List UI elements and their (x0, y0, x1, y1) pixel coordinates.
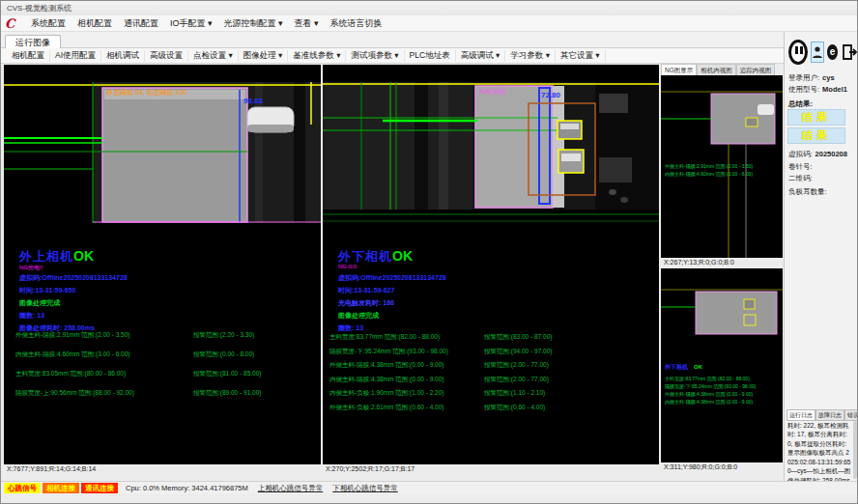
menu-item[interactable]: IO手配置 ▾ (164, 17, 218, 30)
cpu-memory-readout: Cpu: 0.0% Memory: 3424.41796875M (126, 484, 248, 492)
svg-text:主料宽度:83.77mm 范围:(82.00 - 88.00: 主料宽度:83.77mm 范围:(82.00 - 88.00) (665, 376, 750, 382)
menu-bar: C 系统配置 相机配置 通讯配置 IO手配置 ▾ 光源控制配置 ▾ 查看 ▾ 系… (1, 15, 858, 32)
log-tab[interactable]: 运行日志 (786, 409, 815, 421)
measurement-alarm: 报警范围:(2.00 - 77.00) (484, 361, 549, 370)
menu-item[interactable]: 通讯配置 (118, 17, 164, 30)
left-process-done: 图像处理完成 (19, 298, 60, 308)
heartbeat-status-text: 下相机心跳信号异常 (332, 484, 398, 493)
measurement-value: 外侧主料-隔膜:2.91mm 范围:(2.00 - 3.50) (15, 331, 193, 340)
heartbeat-status-text: 上相机心跳信号异常 (258, 484, 324, 493)
left-camera-status: OK (73, 248, 94, 264)
measurement-alarm: 报警范围:(2.00 - 77.00) (484, 376, 549, 384)
menu-item[interactable]: 光源控制配置 ▾ (218, 17, 289, 30)
center-virtual-code: 虚拟码:Offline20250208133134728 (338, 273, 446, 283)
measurement-row: 内侧主料-隔膜:4.60mm 范围:(3.00 - 6.00) 报警范围:(0.… (15, 350, 317, 359)
measurement-value: 隔膜宽度-上:90.56mm 范围:(88.00 - 92.00) (15, 389, 193, 398)
toolbar-item[interactable]: 点检设置 ▾ (188, 50, 239, 62)
exit-door-icon (841, 43, 858, 61)
measurement-value: 外侧主料-隔膜:4.38mm 范围:(0.00 - 9.00) (329, 361, 484, 370)
svg-text:内侧主料-隔膜:4.38mm 范围:(0.00 - 9.00: 内侧主料-隔膜:4.38mm 范围:(0.00 - 9.00) (665, 399, 753, 406)
toolbar-item[interactable]: 高级调试 ▾ (456, 50, 506, 62)
exit-button[interactable] (841, 43, 858, 61)
measurement-value: 内侧主料-隔膜:4.60mm 范围:(3.00 - 6.00) (15, 350, 193, 359)
right-sidebar: e 登录用户:cys 使用型号:Model1 总结果: 结果 结果 虚拟码:20… (784, 32, 858, 481)
window-title-bar: CVS-视觉检测系统 (1, 1, 858, 15)
measurement-value: 隔膜宽度-下:95.24mm 范围:(93.00 - 98.00) (329, 348, 484, 356)
measurement-row: 外侧主料-隔膜:4.38mm 范围:(0.00 - 9.00) 报警范围:(2.… (329, 361, 654, 370)
measurement-alarm: 报警范围:(0.60 - 4.00) (484, 404, 545, 412)
measurement-alarm: 报警范围:(81.00 - 85.00) (193, 370, 261, 378)
measurement-value: 内侧主料-隔膜:4.38mm 范围:(0.00 - 9.00) (329, 376, 484, 384)
thumb-tab[interactable]: 相机内视图 (697, 64, 736, 75)
toolbar-item[interactable]: 其它设置 ▾ (556, 50, 606, 62)
result-badge-1: 结果 (787, 109, 845, 126)
center-camera-image[interactable]: AI检测框 72.80 (323, 65, 659, 227)
left-camera-image[interactable]: 93.68 静态阈值:93, 动态阈值:100 (4, 65, 321, 229)
toolbar-item[interactable]: PLC地址表 (405, 50, 456, 62)
window-title: CVS-视觉检测系统 (7, 4, 72, 13)
virtual-code-value: 20250208 (815, 150, 847, 158)
left-turn-count: 圈数: 13 (19, 311, 44, 321)
measurement-alarm: 报警范围:(1.10 - 2.10) (484, 389, 545, 398)
logo-e-button[interactable]: e (827, 44, 838, 60)
thumb-tab[interactable]: 追踪内视图 (736, 64, 776, 75)
login-user-row: 登录用户:cys (788, 73, 835, 83)
toolbar-item[interactable]: 相机配置 (7, 50, 50, 62)
model-row: 使用型号:Model1 (788, 85, 847, 95)
ai-detect-box-label: AI检测框 (479, 88, 506, 96)
left-virtual-code: 虚拟码:Offline20250208133134728 (19, 273, 128, 283)
menu-item[interactable]: 系统配置 (25, 17, 72, 30)
toolbar-item[interactable]: 基准线参数 ▾ (288, 50, 346, 62)
toolbar-item[interactable]: 图像处理 ▾ (239, 50, 289, 62)
status-bar: 心跳信号 相机连接 通讯连接 Cpu: 0.0% Memory: 3424.41… (1, 481, 858, 494)
result-badge-2: 结果 (787, 127, 845, 144)
view-tab-row: 运行图像 (1, 32, 784, 48)
svg-text:外下相机: 外下相机 (665, 363, 688, 371)
status-badge: 相机连接 (43, 483, 79, 493)
center-camera-status: OK (392, 248, 413, 264)
measurement-alarm: 报警范围:(94.00 - 97.00) (484, 348, 552, 356)
thumb-tab-bar: NG图显示 相机内视图 追踪内视图 (661, 64, 783, 75)
thumb-tab[interactable]: NG图显示 (661, 64, 697, 75)
center-trigger-time: 光电触发耗时: 166 (338, 298, 394, 308)
ng-thumbnail-bottom[interactable]: 外下相机 OK 主料宽度:83.77mm 范围:(82.00 - 88.00) … (661, 268, 783, 462)
toolbar-item[interactable]: 高级设置 (145, 50, 188, 62)
left-threshold-label: 静态阈值:93, 动态阈值:100 (106, 89, 186, 97)
status-badge: 通讯连接 (81, 483, 118, 493)
measurement-alarm: 报警范围:(0.00 - 8.00) (193, 350, 254, 359)
toolbar-item[interactable]: 相机调试 (101, 50, 145, 62)
app-logo-icon: C (5, 17, 20, 30)
thumb2-pixel-readout: X:311;Y:980;R:0;G:0;B:0 (664, 463, 737, 470)
svg-text:内侧主料-隔膜:4.60mm 范围:(3.00 - 6.00: 内侧主料-隔膜:4.60mm 范围:(3.00 - 6.00) (665, 171, 753, 178)
left-ng-note: NG光电!! (19, 264, 43, 272)
left-measurement-list: 外侧主料-隔膜:2.91mm 范围:(2.00 - 3.50) 报警范围:(2.… (15, 331, 317, 408)
center-measurement-list: 主料宽度:83.77mm 范围:(82.00 - 88.00) 报警范围:(83… (329, 333, 654, 417)
measurement-value: 外侧主料-负极:2.61mm 范围:(0.60 - 4.00) (329, 404, 484, 412)
toolbar-item[interactable]: AI使用配置 (50, 50, 101, 62)
toolbar-item[interactable]: 测试项参数 ▾ (346, 50, 404, 62)
svg-text:外侧主料-隔膜:4.38mm 范围:(0.00 - 9.00: 外侧主料-隔膜:4.38mm 范围:(0.00 - 9.00) (665, 391, 753, 398)
log-tab[interactable]: 故障日志 (815, 409, 844, 421)
user-button[interactable] (811, 42, 824, 63)
center-camera-panel: AI检测框 72.80 外下相机OK NG:0:0 虚拟码:Offline2 (323, 65, 659, 464)
app-window: CVS-视觉检测系统 C 系统配置 相机配置 通讯配置 IO手配置 ▾ 光源控制… (0, 0, 858, 504)
log-scrollbar[interactable] (853, 421, 857, 479)
menu-item[interactable]: 相机配置 (72, 17, 118, 30)
toolbar-item[interactable]: 学习参数 ▾ (505, 50, 556, 62)
menu-item[interactable]: 系统语言切换 (325, 17, 388, 30)
measurement-row: 主料宽度:83.05mm 范围:(80.00 - 86.00) 报警范围:(81… (15, 370, 317, 378)
center-process-done: 图像处理完成 (338, 311, 379, 321)
center-ng-note: NG:0:0 (338, 264, 357, 269)
virtual-code-row: 虚拟码:20250208 (788, 150, 847, 159)
measurement-row: 内侧主料-隔膜:4.38mm 范围:(0.00 - 9.00) 报警范围:(2.… (329, 376, 654, 384)
login-user-value: cys (822, 73, 835, 82)
left-time: 时间:13-31-59-650 (19, 286, 75, 295)
ng-thumbnail-top[interactable]: 外侧主料-隔膜:2.91mm 范围:(2.00 - 3.50) 内侧主料-隔膜:… (661, 75, 783, 258)
user-icon (812, 45, 823, 59)
menu-item[interactable]: 查看 ▾ (289, 17, 325, 30)
pause-button[interactable] (788, 40, 808, 65)
center-camera-name: 外下相机 (338, 249, 392, 264)
measurement-row: 隔膜宽度-上:90.56mm 范围:(88.00 - 92.00) 报警范围:(… (15, 389, 317, 398)
log-tab[interactable]: 错误日志 (844, 409, 858, 421)
left-camera-name: 外上相机 (19, 249, 73, 264)
